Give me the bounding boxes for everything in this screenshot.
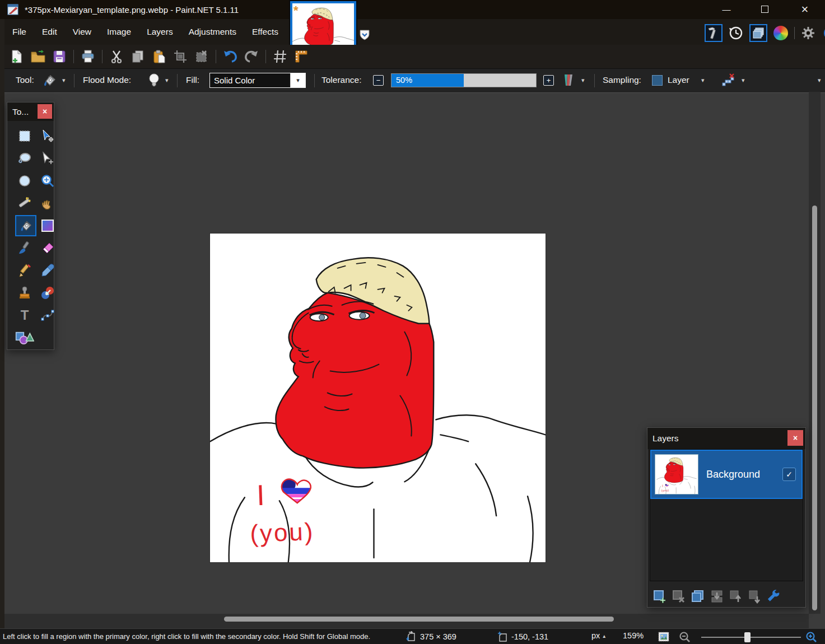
colors-panel-toggle[interactable] (772, 24, 790, 42)
tools-panel-toggle[interactable] (705, 24, 723, 42)
layers-panel-titlebar[interactable]: Layers × (647, 428, 805, 449)
gradient-icon (41, 219, 54, 232)
copy-button[interactable] (129, 48, 147, 66)
unit-selector[interactable]: px ▴ (591, 631, 605, 640)
tool-rectangle-select[interactable] (15, 127, 34, 146)
help-button[interactable]: ? (822, 24, 825, 42)
menu-image[interactable]: Image (99, 27, 139, 37)
copy-icon (130, 49, 145, 64)
tool-lasso-select[interactable] (15, 149, 34, 168)
tool-dropdown-caret[interactable]: ▾ (62, 69, 66, 91)
maximize-button[interactable] (752, 0, 777, 18)
close-button[interactable]: × (792, 0, 818, 18)
tool-color-picker[interactable] (38, 261, 57, 280)
undo-button[interactable] (221, 48, 239, 66)
tool-ellipse-select[interactable] (15, 171, 34, 190)
tolerance-increase-button[interactable]: + (543, 69, 554, 91)
zoom-in-button[interactable] (805, 631, 818, 643)
horizontal-scrollbar-thumb[interactable] (224, 617, 614, 622)
open-file-button[interactable] (29, 48, 47, 66)
tool-magic-wand[interactable] (15, 194, 34, 213)
menu-file[interactable]: File (4, 27, 34, 37)
tolerance-decrease-button[interactable]: − (373, 69, 384, 91)
blend-mode-caret[interactable]: ▾ (581, 69, 585, 91)
cut-button[interactable] (108, 48, 125, 66)
tolerance-slider[interactable]: 50% (391, 73, 537, 87)
deselect-icon (194, 49, 209, 64)
sampling-caret[interactable]: ▾ (701, 69, 705, 91)
tool-eraser[interactable] (38, 239, 57, 258)
tool-gradient[interactable] (38, 216, 57, 235)
canvas[interactable] (210, 234, 546, 562)
tool-paintbrush[interactable] (15, 239, 34, 258)
fill-style-select[interactable]: Solid Color ▾ (209, 73, 306, 88)
tool-recolor[interactable] (38, 283, 57, 302)
zoom-to-window-button[interactable] (658, 631, 670, 642)
tool-move-selection[interactable] (38, 149, 57, 168)
tools-panel-close-button[interactable]: × (38, 104, 52, 119)
tools-panel-titlebar[interactable]: To... × (7, 102, 54, 121)
flood-mode-caret[interactable]: ▾ (165, 69, 169, 91)
menu-adjustments[interactable]: Adjustments (181, 27, 244, 37)
current-tool-button[interactable] (41, 69, 57, 91)
menu-effects[interactable]: Effects (244, 27, 286, 37)
tool-zoom[interactable] (38, 171, 57, 190)
ellipse-select-icon (18, 174, 31, 188)
print-button[interactable] (79, 48, 97, 66)
antialiasing-off-icon (721, 73, 736, 87)
antialiasing-button[interactable] (721, 69, 736, 91)
tool-shapes[interactable] (15, 328, 34, 347)
menu-edit[interactable]: Edit (34, 27, 65, 37)
tool-pan[interactable] (38, 194, 57, 213)
redo-button[interactable] (243, 48, 260, 66)
layer-visibility-checkbox[interactable]: ✓ (782, 468, 796, 481)
gear-icon (801, 26, 815, 40)
layers-panel-close-button[interactable]: × (787, 430, 803, 446)
ruler-toggle-button[interactable] (292, 48, 310, 66)
layer-properties-button[interactable] (766, 589, 781, 604)
merge-layer-down-button[interactable] (709, 589, 724, 604)
toolbar-overflow-caret[interactable]: ▾ (818, 69, 821, 91)
tool-text[interactable]: T (15, 306, 34, 325)
rectangle-select-icon (18, 129, 31, 143)
tool-pencil[interactable] (15, 261, 34, 280)
menu-view[interactable]: View (65, 27, 99, 37)
layers-panel-toggle[interactable] (749, 24, 767, 42)
move-layer-down-button[interactable] (747, 589, 762, 604)
paste-button[interactable] (150, 48, 168, 66)
menu-layers[interactable]: Layers (139, 27, 181, 37)
zoom-slider-track[interactable] (701, 637, 801, 638)
minimize-button[interactable]: — (714, 0, 739, 18)
cursor-position-icon (497, 631, 509, 642)
add-layer-button[interactable] (652, 589, 667, 604)
grid-toggle-button[interactable] (271, 48, 289, 66)
tool-clone-stamp[interactable] (15, 283, 34, 302)
duplicate-layer-button[interactable] (690, 589, 705, 604)
move-layer-up-button[interactable] (728, 589, 743, 604)
antialiasing-caret[interactable]: ▾ (742, 69, 745, 91)
zoom-in-icon (805, 631, 818, 643)
tool-line-curve[interactable] (38, 306, 57, 325)
divider (594, 74, 595, 87)
history-panel-toggle[interactable] (727, 24, 745, 42)
eyedropper-icon (40, 263, 55, 278)
tool-move-selected-pixels[interactable] (38, 127, 57, 146)
zoom-slider-thumb[interactable] (744, 632, 751, 642)
deselect-button[interactable] (193, 48, 211, 66)
image-list-chevron-icon[interactable] (360, 29, 370, 40)
tool-paint-bucket[interactable] (15, 215, 36, 236)
crop-button[interactable] (171, 48, 189, 66)
ruler-icon (294, 49, 309, 64)
layer-row-background[interactable]: Background ✓ (650, 450, 803, 499)
paste-clipboard-icon (152, 49, 166, 64)
blend-mode-button[interactable] (562, 69, 575, 91)
delete-layer-button[interactable] (671, 589, 686, 604)
new-file-button[interactable] (8, 48, 26, 66)
zoom-out-button[interactable] (679, 631, 691, 643)
save-button[interactable] (50, 48, 68, 66)
divider (265, 50, 266, 63)
vertical-scrollbar-thumb[interactable] (812, 206, 817, 610)
settings-button[interactable] (799, 24, 817, 42)
divider (794, 27, 795, 39)
flood-mode-button[interactable] (148, 69, 160, 91)
